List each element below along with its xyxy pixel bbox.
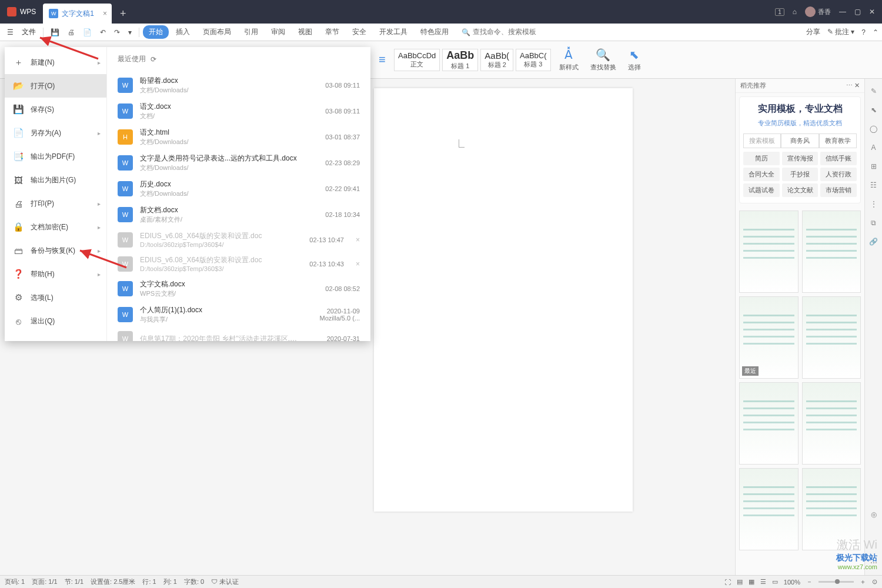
template-tag[interactable]: 合同大全 <box>743 168 780 181</box>
file-menu-item-2[interactable]: 💾保存(S) <box>5 98 106 121</box>
file-menu-item-9[interactable]: ❓帮助(H)▸ <box>5 262 106 286</box>
recent-file-item[interactable]: W文字是人类用符号记录表达...远的方式和工具.docx文档/Downloads… <box>118 150 360 176</box>
undo-icon[interactable]: ↶ <box>96 28 109 36</box>
view-print-icon[interactable]: ▤ <box>737 578 743 586</box>
maximize-icon[interactable]: ▢ <box>854 8 861 16</box>
template-thumbnail[interactable] <box>739 211 799 293</box>
text-direction-button[interactable]: ≡ <box>373 53 392 66</box>
template-tag[interactable]: 手抄报 <box>782 168 818 181</box>
command-search[interactable]: 🔍 查找命令、搜索模板 <box>462 27 536 37</box>
status-setvalue[interactable]: 设置值: 2.5厘米 <box>91 577 135 586</box>
document-page[interactable] <box>374 88 633 512</box>
template-thumbnail[interactable] <box>739 382 799 465</box>
user-menu[interactable]: 香香 <box>805 6 831 17</box>
recent-file-item[interactable]: W信息第17期：2020年贵阳 乡村"活动走进花溪区.doc2020-07-31 <box>118 328 360 341</box>
template-tag[interactable]: 信纸手账 <box>820 152 857 165</box>
view-fullscreen-icon[interactable]: ⛶ <box>724 579 731 586</box>
status-auth[interactable]: 🛡 未认证 <box>211 577 239 586</box>
recent-file-item[interactable]: W文字文稿.docxWPS云文档/02-08 08:52 <box>118 276 360 302</box>
style-heading1[interactable]: AaBb标题 1 <box>442 49 478 71</box>
share-button[interactable]: 分享 <box>806 27 820 37</box>
file-menu-item-6[interactable]: 🖨打印(P)▸ <box>5 192 106 215</box>
remove-recent-icon[interactable]: × <box>356 236 360 244</box>
template-tag[interactable]: 简历 <box>743 152 780 165</box>
add-tab-button[interactable]: + <box>112 4 135 24</box>
file-menu-item-1[interactable]: 📂打开(O) <box>5 74 106 98</box>
template-tag[interactable]: 市场营销 <box>820 183 857 197</box>
template-thumbnail[interactable] <box>802 296 861 379</box>
rp-search-input[interactable]: 搜索模板 <box>743 133 781 148</box>
pencil-icon[interactable]: ✎ <box>871 87 877 95</box>
text-icon[interactable]: A <box>871 143 876 152</box>
print-quick-icon[interactable]: 🖨 <box>64 28 78 36</box>
template-tag[interactable]: 试题试卷 <box>743 183 780 197</box>
file-menu-item-0[interactable]: ＋新建(N)▸ <box>5 51 106 74</box>
tab-special[interactable]: 特色应用 <box>415 25 455 39</box>
cursor-tool-icon[interactable]: ⬉ <box>871 106 877 114</box>
window-close-icon[interactable]: ✕ <box>869 8 875 16</box>
tab-insert[interactable]: 插入 <box>170 25 196 39</box>
chart-icon[interactable]: ☷ <box>870 181 877 189</box>
recent-file-item[interactable]: WEDIUS_v6.08_X64版的安装和设置.docD:/tools/360z… <box>118 228 360 252</box>
zoom-slider[interactable] <box>818 581 854 583</box>
recent-file-item[interactable]: W新文档.docx桌面/素材文件/02-18 10:34 <box>118 202 360 228</box>
recent-file-item[interactable]: W盼望着.docx文档/Downloads/03-08 09:11 <box>118 72 360 98</box>
recent-file-item[interactable]: H语文.html文档/Downloads/03-01 08:37 <box>118 124 360 150</box>
file-menu-item-7[interactable]: 🔒文档加密(E)▸ <box>5 215 106 239</box>
template-thumbnail[interactable] <box>739 468 799 550</box>
more-icon[interactable]: ⋮ <box>870 200 877 208</box>
template-tag[interactable]: 论文文献 <box>782 183 818 197</box>
badge-icon[interactable]: 1 <box>775 8 784 16</box>
rp-header-title[interactable]: 稻壳推荐 <box>740 81 766 90</box>
app-logo[interactable]: WPS <box>0 0 43 24</box>
file-menu-item-10[interactable]: ⚙选项(L) <box>5 286 106 309</box>
gift-icon[interactable]: ⌂ <box>793 8 797 16</box>
recent-file-item[interactable]: W个人简历(1)(1).docx与我共享/2020-11-09Mozilla/5… <box>118 302 360 328</box>
status-pageof[interactable]: 页面: 1/1 <box>32 577 57 586</box>
view-web-icon[interactable]: ▦ <box>749 578 754 586</box>
status-section[interactable]: 节: 1/1 <box>65 577 83 586</box>
rp-tab-business[interactable]: 商务风 <box>781 133 818 148</box>
help-icon[interactable]: ? <box>861 28 866 36</box>
tab-security[interactable]: 安全 <box>346 25 372 39</box>
file-menu-item-4[interactable]: 📑输出为PDF(F) <box>5 145 106 168</box>
tab-review[interactable]: 审阅 <box>265 25 291 39</box>
rp-close-icon[interactable]: ✕ <box>854 82 860 89</box>
tab-home[interactable]: 开始 <box>143 25 169 39</box>
rp-menu-icon[interactable]: ⋯ <box>846 82 853 89</box>
comment-button[interactable]: ✎ 批注 ▾ <box>827 27 855 37</box>
rp-tab-education[interactable]: 教育教学 <box>819 133 857 148</box>
collapse-ribbon-icon[interactable]: ⌃ <box>873 28 878 36</box>
zoom-out-icon[interactable]: － <box>806 577 813 586</box>
template-thumbnail[interactable]: 最近 <box>739 296 799 379</box>
shape-icon[interactable]: ◯ <box>870 125 877 133</box>
refresh-icon[interactable]: ⟳ <box>151 55 156 64</box>
link-icon[interactable]: 🔗 <box>869 238 878 246</box>
status-col[interactable]: 列: 1 <box>163 577 177 586</box>
status-pageno[interactable]: 页码: 1 <box>5 577 25 586</box>
file-menu-item-8[interactable]: 🗃备份与恢复(K)▸ <box>5 239 106 262</box>
zoom-in-icon[interactable]: ＋ <box>860 577 866 586</box>
select-button[interactable]: ⬉选择 <box>622 48 647 72</box>
tab-reference[interactable]: 引用 <box>238 25 264 39</box>
zoom-label[interactable]: 100% <box>784 579 800 586</box>
group-icon[interactable]: ⧉ <box>871 219 876 227</box>
hamburger-icon[interactable]: ☰ <box>4 28 17 36</box>
style-heading2[interactable]: AaBb(标题 2 <box>480 49 513 71</box>
document-tab[interactable]: W 文字文稿1 × <box>43 4 112 24</box>
redo-icon[interactable]: ↷ <box>111 28 123 36</box>
tab-view[interactable]: 视图 <box>292 25 318 39</box>
status-row[interactable]: 行: 1 <box>142 577 156 586</box>
tab-devtools[interactable]: 开发工具 <box>373 25 413 39</box>
preview-icon[interactable]: 📄 <box>79 28 95 36</box>
customize-icon[interactable]: ▾ <box>125 28 135 36</box>
record-icon[interactable]: ◎ <box>871 510 877 519</box>
status-words[interactable]: 字数: 0 <box>184 577 204 586</box>
template-thumbnail[interactable] <box>802 382 861 465</box>
save-icon[interactable]: 💾 <box>47 28 63 36</box>
recent-file-item[interactable]: W语文.docx文档/03-08 09:11 <box>118 98 360 124</box>
template-thumbnail[interactable] <box>802 211 861 293</box>
file-menu-item-5[interactable]: 🖼输出为图片(G) <box>5 168 106 192</box>
file-menu-item-3[interactable]: 📄另存为(A)▸ <box>5 121 106 145</box>
file-menu-button[interactable]: 文件 <box>18 27 39 37</box>
